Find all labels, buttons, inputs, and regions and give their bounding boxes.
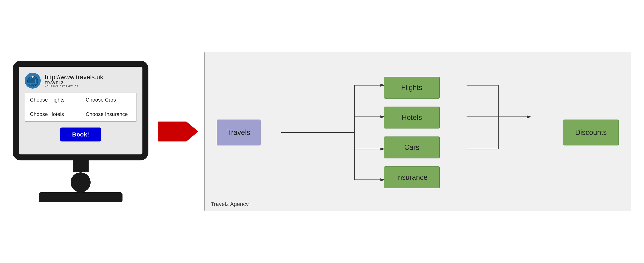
- brand-name: TRAVELZ: [45, 81, 103, 85]
- nav-flights[interactable]: Choose Flights: [25, 93, 81, 107]
- monitor-screen: http://www.travels.uk TRAVELZ YOUR HOLID…: [19, 67, 142, 154]
- discounts-box: Discounts: [563, 120, 619, 146]
- brand-tagline: YOUR HOLIDAY PARTNER: [45, 85, 103, 88]
- diagram-caption: Travelz Agency: [211, 201, 248, 207]
- diagram-section: Travels Flights Hotels Cars Insurance: [204, 52, 631, 211]
- monitor-section: http://www.travels.uk TRAVELZ YOUR HOLID…: [13, 61, 148, 202]
- cars-label: Cars: [404, 143, 419, 152]
- arrow-section: [158, 122, 198, 142]
- logo-bar: http://www.travels.uk TRAVELZ YOUR HOLID…: [25, 73, 136, 88]
- left-arrow-icon: [158, 122, 198, 142]
- hotels-box: Hotels: [384, 106, 440, 128]
- nav-hotels[interactable]: Choose Hotels: [25, 107, 81, 122]
- travels-box: Travels: [217, 120, 260, 146]
- main-container: http://www.travels.uk TRAVELZ YOUR HOLID…: [13, 52, 631, 211]
- flights-label: Flights: [401, 84, 422, 92]
- hotels-label: Hotels: [402, 113, 422, 122]
- svg-marker-22: [527, 115, 532, 118]
- diagram-wrapper: Travels Flights Hotels Cars Insurance: [217, 62, 619, 203]
- monitor-stand-circle: [70, 172, 90, 192]
- monitor-url: http://www.travels.uk: [45, 74, 103, 81]
- nav-cars[interactable]: Choose Cars: [80, 93, 136, 107]
- insurance-box: Insurance: [384, 166, 440, 188]
- book-button[interactable]: Book!: [60, 128, 101, 142]
- logo-text-block: http://www.travels.uk TRAVELZ YOUR HOLID…: [45, 74, 103, 88]
- monitor-stand-base: [39, 192, 122, 202]
- nav-insurance[interactable]: Choose Insurance: [80, 107, 136, 122]
- discounts-label: Discounts: [575, 128, 607, 137]
- services-column: Flights Hotels Cars Insurance: [384, 77, 440, 188]
- nav-table: Choose Flights Choose Cars Choose Hotels…: [25, 92, 136, 122]
- monitor-body: http://www.travels.uk TRAVELZ YOUR HOLID…: [13, 61, 148, 160]
- flights-box: Flights: [384, 77, 440, 98]
- monitor-stand-neck: [72, 160, 88, 172]
- logo: [25, 73, 41, 88]
- insurance-label: Insurance: [396, 173, 428, 182]
- cars-box: Cars: [384, 136, 440, 158]
- travels-label: Travels: [227, 128, 250, 137]
